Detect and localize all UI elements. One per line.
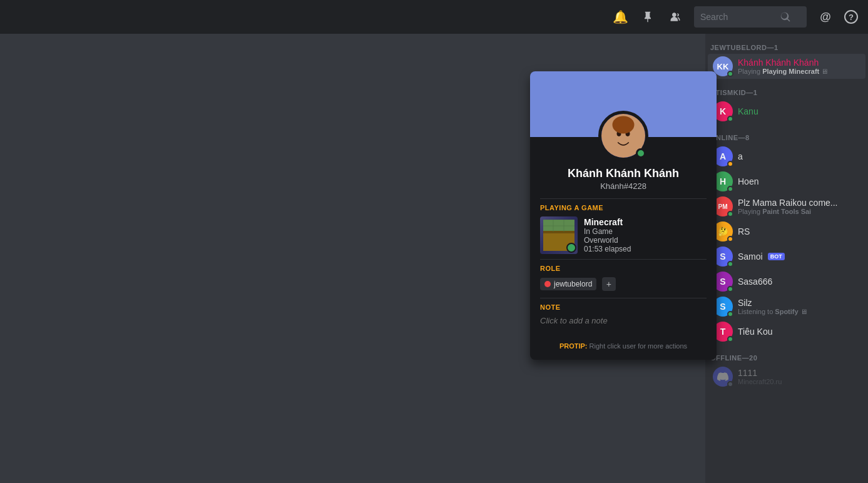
status-dot-rs (727, 236, 733, 242)
member-info-khanh: Khánh Khánh Khánh Playing Playing Minecr… (738, 58, 860, 75)
profile-roles: jewtubelord + (540, 277, 707, 293)
member-a[interactable]: A a (708, 144, 865, 169)
game-activity: Minecraft In Game Overworld 01:53 elapse… (540, 216, 707, 254)
member-name-sasa: Sasa666 (738, 277, 860, 287)
avatar-1111 (713, 367, 733, 387)
profile-tag: Khánh#4228 (540, 181, 707, 191)
member-plz[interactable]: PM Plz Mama Raikou come... Playing Paint… (708, 194, 865, 219)
status-dot-tieu (727, 336, 733, 342)
role-tag-jewtubelord: jewtubelord (540, 278, 596, 290)
members-icon[interactable] (666, 8, 684, 26)
game-state-2: Overworld (584, 236, 707, 245)
profile-divider-3 (540, 298, 707, 298)
note-input[interactable] (540, 316, 707, 335)
profile-popup: Khánh Khánh Khánh Khánh#4228 PLAYING A G… (530, 71, 717, 360)
profile-display-name: Khánh Khánh Khánh (540, 167, 707, 180)
member-activity-khanh: Playing Playing Minecraft 🖥 (738, 68, 860, 75)
member-activity-1111: Minecraft20.ru (738, 378, 860, 385)
profile-divider-1 (540, 198, 707, 199)
member-tieu[interactable]: T Tiêu Kou (708, 319, 865, 344)
section-utismkid: UTISMKID—1 (705, 79, 868, 99)
search-bar[interactable] (694, 6, 807, 28)
status-dot-a (727, 161, 733, 167)
member-info-sasa: Sasa666 (738, 277, 860, 287)
member-name-kanu: Kanu (738, 106, 860, 116)
section-jewtubelord: JEWTUBELORD—1 (705, 34, 868, 54)
role-add-button[interactable]: + (602, 277, 616, 291)
protip: PROTIP: Right click user for more action… (540, 337, 707, 350)
pin-icon[interactable] (639, 8, 656, 26)
status-dot-hoen (727, 186, 733, 192)
profile-body: Khánh Khánh Khánh Khánh#4228 PLAYING A G… (530, 137, 717, 360)
search-input[interactable] (700, 12, 775, 22)
help-icon[interactable]: ? (844, 10, 858, 24)
game-elapsed: 01:53 elapsed (584, 245, 707, 253)
status-dot-samoi (727, 261, 733, 267)
game-details: Minecraft In Game Overworld 01:53 elapse… (584, 217, 707, 253)
section-online: ONLINE—8 (705, 124, 868, 144)
game-icon-badge (566, 243, 576, 253)
right-sidebar: JEWTUBELORD—1 KK Khánh Khánh Khánh Playi… (705, 34, 868, 483)
member-name-samoi: Samoi BOT (738, 252, 860, 262)
status-dot-silz (727, 311, 733, 317)
role-name: jewtubelord (554, 280, 592, 288)
member-name-a: a (738, 151, 860, 161)
game-name: Minecraft (584, 217, 707, 227)
member-name-rs: RS (738, 226, 860, 236)
member-info-tieu: Tiêu Kou (738, 327, 860, 337)
member-kanu[interactable]: K Kanu (708, 99, 865, 124)
status-dot-sasa (727, 286, 733, 292)
profile-avatar-container (598, 111, 648, 161)
profile-status-online (636, 148, 646, 158)
member-samoi[interactable]: S Samoi BOT (708, 244, 865, 269)
bell-icon[interactable]: 🔔 (611, 8, 629, 26)
member-1111[interactable]: 1111 Minecraft20.ru (708, 364, 865, 389)
member-khanh[interactable]: KK Khánh Khánh Khánh Playing Playing Min… (708, 54, 865, 79)
member-activity-silz: Listening to Spotify 🖥 (738, 308, 860, 315)
member-info-1111: 1111 Minecraft20.ru (738, 368, 860, 385)
member-name-khanh: Khánh Khánh Khánh (738, 58, 860, 68)
member-rs[interactable]: 🤔 RS (708, 219, 865, 244)
game-icon (540, 216, 578, 254)
topbar: 🔔 @ ? (0, 0, 868, 34)
member-name-tieu: Tiêu Kou (738, 327, 860, 337)
section-offline: OFFLINE—20 (705, 344, 868, 364)
member-hoen[interactable]: H Hoen (708, 169, 865, 194)
mention-icon[interactable]: @ (817, 8, 834, 26)
member-info-silz: Silz Listening to Spotify 🖥 (738, 298, 860, 315)
member-info-hoen: Hoen (738, 176, 860, 186)
svg-point-4 (613, 116, 635, 134)
member-name-silz: Silz (738, 298, 860, 308)
bot-badge: BOT (768, 253, 785, 260)
member-activity-plz: Playing Paint Tools Sai (738, 208, 860, 215)
member-info-rs: RS (738, 226, 860, 236)
member-info-kanu: Kanu (738, 106, 860, 116)
svg-rect-7 (543, 231, 574, 233)
member-sasa[interactable]: S Sasa666 (708, 269, 865, 294)
member-name-hoen: Hoen (738, 176, 860, 186)
status-dot-online (727, 71, 733, 77)
member-name-1111: 1111 (738, 368, 860, 378)
status-dot-plz (727, 211, 733, 217)
profile-playing-label: PLAYING A GAME (540, 204, 707, 211)
member-info-samoi: Samoi BOT (738, 252, 860, 262)
profile-divider-2 (540, 259, 707, 260)
member-silz[interactable]: S Silz Listening to Spotify 🖥 (708, 294, 865, 319)
status-dot-kanu (727, 116, 733, 122)
member-info-a: a (738, 151, 860, 161)
member-name-plz: Plz Mama Raikou come... (738, 198, 860, 208)
profile-note-label: NOTE (540, 303, 707, 311)
status-dot-1111 (727, 381, 733, 387)
member-info-plz: Plz Mama Raikou come... Playing Paint To… (738, 198, 860, 215)
role-color-dot (544, 281, 551, 287)
profile-banner (530, 71, 717, 137)
profile-role-label: ROLE (540, 265, 707, 272)
game-state-1: In Game (584, 227, 707, 236)
